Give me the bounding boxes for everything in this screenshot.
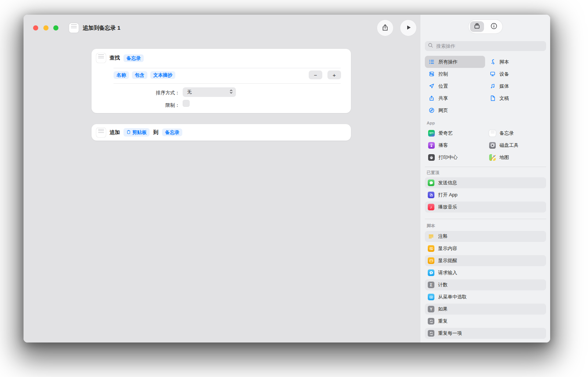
app-item-print-center[interactable]: 打印中心 [425,151,485,163]
action-item-count[interactable]: Σ 计数 [425,279,546,290]
action-item-label: 计数 [438,282,448,288]
action-item-send-message[interactable]: 发送信息 [425,177,546,188]
category-all-actions[interactable]: 所有操作 [425,56,485,68]
window-title-group: 追加到备忘录 1 [69,23,121,33]
action-item-repeat[interactable]: 重复 [425,316,546,327]
filter-operator-token[interactable]: 包含 [132,71,147,79]
action-item-ask-for-input[interactable]: 请求输入 [425,267,546,278]
target-token[interactable]: 备忘录 [123,54,144,62]
category-label: 网页 [438,107,448,114]
minimize-window-button[interactable] [43,25,49,30]
action-library-tab[interactable] [469,20,485,33]
action-item-show-content[interactable]: 显示内容 [425,243,546,254]
action-item-if[interactable]: Y 如果 [425,304,546,315]
category-label: 脚本 [499,59,509,65]
filter-field-token[interactable]: 名称 [114,71,129,79]
action-item-repeat-with-each[interactable]: 重复每一项 [425,328,546,339]
show-content-icon [428,245,434,252]
category-location[interactable]: 位置 [425,80,485,92]
search-icon [428,43,433,50]
count-icon: Σ [428,282,434,288]
shortcuts-window: 追加到备忘录 1 查找 备忘录 名称 包含 [24,15,550,342]
divider [114,83,341,84]
category-device[interactable]: 设备 [486,68,546,80]
share-button[interactable] [377,20,393,36]
podcasts-app-icon [428,142,435,149]
device-icon [489,71,496,77]
window-title: 追加到备忘录 1 [83,25,121,32]
notes-app-icon [69,23,79,33]
close-window-button[interactable] [33,25,38,30]
control-icon [428,71,435,77]
comment-icon [428,233,434,240]
app-item-label: 播客 [438,142,448,149]
zoom-window-button[interactable] [53,25,58,30]
category-label: 所有操作 [438,59,458,65]
action-item-open-app[interactable]: 打开 App [425,189,546,200]
category-media[interactable]: 媒体 [486,80,546,92]
choose-menu-icon [428,294,434,300]
app-item-disk-utility[interactable]: 磁盘工具 [486,139,546,151]
disk-utility-app-icon [489,142,496,149]
run-shortcut-button[interactable] [400,20,416,36]
chevron-up-down-icon [229,89,233,95]
category-web[interactable]: 网页 [425,104,485,116]
action-item-label: 发送信息 [438,180,457,186]
info-icon [490,22,498,31]
share-icon [428,95,435,101]
action-item-choose-from-menu[interactable]: 从菜单中选取 [425,291,546,302]
category-documents[interactable]: 文稿 [486,92,546,104]
iqiyi-app-icon: iQIYI [428,130,435,137]
category-sharing[interactable]: 共享 [425,92,485,104]
action-item-label: 如果 [438,306,448,312]
action-title: 追加 [110,129,120,136]
maps-app-icon [489,154,496,161]
limit-checkbox[interactable] [183,100,190,107]
action-item-show-alert[interactable]: 显示提醒 [425,255,546,266]
connector-text: 到 [153,129,158,136]
show-alert-icon [428,257,434,264]
action-card-append-to-notes: 追加 剪贴板 到 备忘录 [92,124,351,141]
media-icon [489,83,496,89]
clipboard-token-label: 剪贴板 [132,130,147,135]
app-item-maps[interactable]: 地图 [486,151,546,163]
search-input[interactable] [435,43,543,49]
shortcut-details-tab[interactable] [485,20,502,33]
section-label-app: App [427,121,435,125]
remove-filter-button[interactable]: − [309,70,322,79]
category-control[interactable]: 控制 [425,68,485,80]
app-item-label: 爱奇艺 [438,130,453,137]
app-item-label: 磁盘工具 [499,142,519,149]
app-item-podcasts[interactable]: 播客 [425,139,485,151]
category-scripting[interactable]: 脚本 [486,56,546,68]
action-item-comment[interactable]: 注释 [425,231,546,242]
action-card-find-notes: 查找 备忘录 名称 包含 文本摘抄 − + 排序方式： 无 限制： [92,49,351,113]
play-icon [404,23,412,33]
clipboard-token[interactable]: 剪贴板 [123,128,150,137]
location-icon [428,83,435,89]
target-token[interactable]: 备忘录 [162,128,182,136]
print-center-app-icon [428,154,435,161]
scripting-list: 注释 显示内容 显示提醒 [425,231,546,339]
notes-action-icon [96,53,106,63]
filter-value-token[interactable]: 文本摘抄 [150,71,175,79]
divider [114,68,341,68]
app-item-label: 打印中心 [438,154,458,161]
action-item-label: 重复每一项 [438,330,462,337]
category-label: 共享 [438,95,448,102]
open-app-icon [428,192,434,198]
action-item-label: 重复 [438,318,448,325]
app-item-iqiyi[interactable]: iQIYI 爱奇艺 [425,127,485,139]
sort-dropdown[interactable]: 无 [183,87,236,97]
action-item-label: 注释 [438,233,448,240]
add-filter-button[interactable]: + [327,70,341,79]
sidebar-mode-segmented-control [469,20,502,33]
web-icon [428,107,435,113]
action-title: 查找 [110,55,120,61]
action-item-play-music[interactable]: ♪ 播放音乐 [425,202,546,213]
messages-icon [428,180,434,186]
action-item-label: 显示提醒 [438,257,457,264]
action-item-label: 显示内容 [438,245,457,252]
section-label-pinned: 已置顶 [427,170,440,175]
app-item-notes[interactable]: 备忘录 [486,127,546,139]
